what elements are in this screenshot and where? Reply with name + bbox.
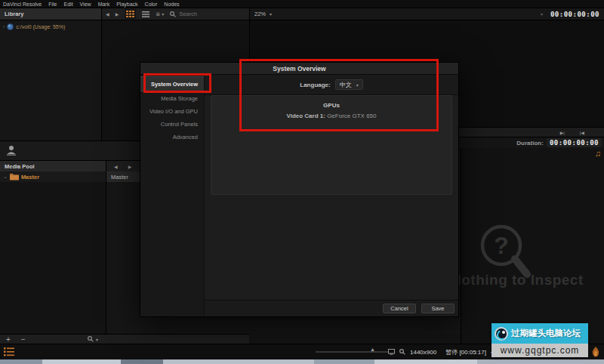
- stills-person-icon[interactable]: [6, 145, 17, 156]
- grid-view-button[interactable]: [125, 9, 136, 19]
- desktop-edge-strip: [0, 359, 604, 364]
- media-browser-toolbar: ◀ ▶ ≣ ▾: [101, 8, 249, 20]
- library-panel-header: Library: [0, 8, 101, 20]
- svg-text:?: ?: [494, 232, 509, 259]
- step-back-button[interactable]: |◀: [580, 130, 584, 135]
- menu-bar: DaVinci Resolve File Edit View Mark Play…: [0, 0, 604, 8]
- duration-timecode: 00:00:00:00: [547, 138, 602, 147]
- search-input[interactable]: [179, 11, 226, 17]
- sort-icon: ≣: [156, 11, 160, 17]
- menu-item-davinci-resolve[interactable]: DaVinci Resolve: [3, 2, 42, 7]
- remove-bin-button[interactable]: −: [21, 335, 26, 344]
- inspector-panel: ♫ ? Nothing to Inspect: [461, 148, 604, 344]
- media-pool-search-button[interactable]: ▾: [88, 336, 98, 342]
- master-bin-tab-label: Master: [111, 174, 128, 180]
- add-bin-button[interactable]: +: [6, 335, 11, 344]
- master-timecode: 00:00:00:00: [550, 11, 599, 18]
- search-icon: [170, 11, 176, 17]
- back-button[interactable]: ◀: [106, 11, 109, 17]
- library-title: Library: [5, 11, 23, 17]
- master-folder-label: Master: [21, 174, 39, 180]
- recorder-zoom-icon[interactable]: [399, 349, 405, 355]
- forward-button[interactable]: ▶: [128, 164, 132, 169]
- media-pool-title: Media Pool: [5, 163, 35, 170]
- chevron-down-icon: ⌄: [3, 174, 8, 180]
- audio-note-icon[interactable]: ♫: [595, 149, 601, 158]
- viewer-toolbar: 22% ▾ ▾ 00:00:00:00: [249, 8, 604, 20]
- search-box: [170, 11, 226, 17]
- recorder-display-icon[interactable]: [388, 349, 395, 355]
- media-pool-tree-body: [0, 182, 106, 334]
- dialog-button-bar: Cancel Save: [205, 300, 458, 316]
- recorder-toolbar: 1440x900 暂停 [00:05:17] ▾: [388, 347, 493, 357]
- list-view-icon: [142, 11, 149, 17]
- caret-down-icon: ▾: [270, 11, 272, 17]
- menu-item-nodes[interactable]: Nodes: [164, 2, 179, 7]
- watermark-title: 过期罐头电脑论坛: [511, 328, 581, 339]
- back-button[interactable]: ◀: [114, 164, 118, 169]
- zoom-level-dropdown[interactable]: 22% ▾: [254, 11, 272, 17]
- zoom-slider-track[interactable]: [316, 351, 388, 353]
- recorder-status: 暂停 [00:05:17]: [445, 348, 486, 356]
- grid-view-icon: [126, 11, 134, 17]
- recorder-resolution: 1440x900: [410, 349, 436, 356]
- watermark-footer: www.gqgtpc.com: [492, 344, 588, 357]
- zoom-slider-handle[interactable]: ▲: [370, 347, 375, 352]
- volume-label: c:/vol0 (Usage: 55%): [16, 24, 65, 29]
- menu-item-color[interactable]: Color: [145, 2, 158, 7]
- list-view-button[interactable]: [142, 11, 149, 17]
- sidebar-item-media-storage[interactable]: Media Storage: [140, 93, 204, 104]
- folder-icon: [10, 174, 19, 180]
- menu-item-playback[interactable]: Playback: [116, 2, 137, 7]
- volume-disk-icon: [7, 23, 14, 30]
- duration-label: Duration:: [516, 140, 544, 147]
- corner-flame-icon: [591, 347, 600, 357]
- forward-button[interactable]: ▶: [116, 11, 119, 17]
- menu-item-file[interactable]: File: [48, 2, 57, 7]
- viewer-options-caret[interactable]: ▾: [541, 11, 543, 17]
- dialog-sidebar: System Overview Media Storage Video I/O …: [140, 75, 205, 316]
- sort-button[interactable]: ≣ ▾: [156, 11, 164, 17]
- chevron-right-icon: ›: [3, 24, 5, 29]
- cancel-button[interactable]: Cancel: [383, 304, 416, 313]
- watermark-header: 过期罐头电脑论坛: [492, 323, 588, 344]
- volume-item[interactable]: › c:/vol0 (Usage: 55%): [0, 20, 101, 30]
- media-pool-footer: + − ▾: [0, 334, 249, 344]
- menu-item-edit[interactable]: Edit: [64, 2, 73, 7]
- caret-down-icon: ▾: [162, 11, 164, 17]
- watermark-logo-icon: [495, 327, 508, 341]
- sidebar-item-video-io-gpu[interactable]: Video I/O and GPU: [140, 106, 204, 117]
- master-folder-row[interactable]: ⌄ Master: [0, 171, 106, 182]
- nothing-to-inspect-text: Nothing to Inspect: [451, 272, 584, 288]
- app-window: DaVinci Resolve File Edit View Mark Play…: [0, 0, 604, 364]
- library-tree-panel: › c:/vol0 (Usage: 55%): [0, 20, 101, 140]
- save-button[interactable]: Save: [421, 304, 455, 313]
- search-icon: [88, 336, 94, 342]
- step-forward-button[interactable]: ▶|: [560, 130, 565, 135]
- menu-item-mark[interactable]: Mark: [98, 2, 110, 7]
- media-pool-page-icon[interactable]: [4, 347, 14, 356]
- zoom-level-value: 22%: [254, 11, 266, 17]
- watermark-url: www.gqgtpc.com: [501, 345, 580, 356]
- sidebar-item-control-panels[interactable]: Control Panels: [140, 119, 204, 130]
- annotation-box-sidebar: [143, 73, 211, 93]
- watermark-overlay: 过期罐头电脑论坛 www.gqgtpc.com: [492, 323, 588, 357]
- caret-down-icon: ▾: [96, 337, 98, 342]
- annotation-box-content: [239, 59, 439, 131]
- sidebar-item-advanced[interactable]: Advanced: [140, 131, 204, 143]
- media-pool-header: Media Pool: [0, 161, 106, 171]
- menu-item-view[interactable]: View: [80, 2, 91, 7]
